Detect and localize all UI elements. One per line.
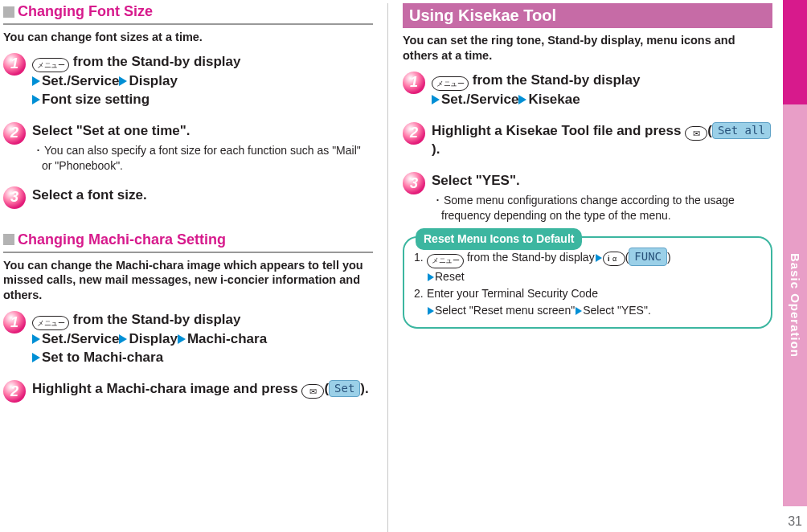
step-number: 1: [3, 53, 26, 76]
step-number: 3: [3, 186, 26, 209]
arrow-icon: [32, 76, 40, 86]
sidebar-tab: Basic Operation: [783, 0, 807, 506]
right-intro: You can set the ring tone, Stand-by disp…: [403, 33, 772, 63]
step-text: Select "Set at one time".: [32, 123, 190, 138]
step-text: Select "YES".: [432, 173, 520, 188]
softkey-pill: Set: [329, 380, 360, 397]
info-text: Select "YES".: [583, 304, 651, 317]
rule: [3, 252, 373, 253]
section2-title: Changing Machi-chara Setting: [18, 231, 226, 248]
step-body: Select a font size.: [32, 186, 373, 209]
arrow-icon: [596, 254, 602, 262]
step-number: 2: [403, 122, 425, 145]
mail-button-icon: ✉: [685, 126, 707, 141]
arrow-icon: [119, 76, 127, 86]
menu-button-icon: メニュー: [427, 254, 464, 268]
step-body: メニュー from the Stand-by display Set./Serv…: [32, 53, 373, 109]
step: 3 Select a font size.: [3, 186, 373, 209]
svg-text:i: i: [608, 255, 610, 263]
step-text: Highlight a Machi-chara image and press: [32, 381, 301, 396]
step: 2 Highlight a Kisekae Tool file and pres…: [403, 122, 772, 159]
step-note: ･ You can also specify a font size for e…: [32, 143, 373, 174]
chain-item: Set to Machi-chara: [42, 350, 163, 365]
sidebar-label: Basic Operation: [789, 253, 802, 358]
step-text: from the Stand-by display: [69, 54, 240, 69]
square-bullet: [3, 6, 14, 18]
chain-item: Set./Service: [441, 92, 518, 107]
step-text: .: [365, 381, 369, 396]
arrow-icon: [576, 307, 582, 315]
step-number: 3: [403, 172, 425, 194]
arrow-icon: [518, 95, 526, 104]
sidebar-accent: [783, 0, 807, 104]
softkey-pill: FUNC: [629, 248, 667, 266]
arrow-icon: [32, 95, 40, 104]
column-divider: [387, 3, 388, 532]
info-sub: Reset: [414, 268, 761, 285]
step: 2 Select "Set at one time". ･ You can al…: [3, 122, 373, 174]
step-body: Select "YES". ･ Some menu configurations…: [432, 172, 772, 223]
step-text: Select a font size.: [32, 187, 147, 203]
arrow-icon: [428, 273, 434, 281]
step-note: ･ Some menu configurations change accord…: [432, 193, 772, 223]
section2-intro: You can change the Machi-chara image whi…: [3, 258, 373, 304]
step-body: Highlight a Machi-chara image and press …: [32, 380, 373, 403]
step: 1 メニュー from the Stand-by display Set./Se…: [403, 72, 772, 109]
menu-button-icon: メニュー: [32, 58, 69, 72]
chain-item: Font size setting: [42, 92, 150, 107]
left-column: Changing Font Size You can change font s…: [3, 3, 373, 532]
arrow-icon: [428, 307, 434, 315]
step: 1 メニュー from the Stand-by display Set./Se…: [3, 311, 373, 367]
right-column: Using Kisekae Tool You can set the ring …: [403, 3, 772, 532]
chain-item: Set./Service: [42, 73, 119, 88]
section1-intro: You can change font sizes at a time.: [3, 30, 373, 45]
step-number: 1: [403, 72, 425, 94]
arrow-icon: [178, 334, 186, 344]
step-number: 2: [3, 380, 26, 403]
step-text: from the Stand-by display: [469, 72, 640, 88]
right-title: Using Kisekae Tool: [403, 3, 772, 28]
info-text: Enter your Terminal Security Code: [427, 287, 598, 300]
menu-button-icon: メニュー: [432, 76, 469, 91]
svg-text:α: α: [612, 255, 617, 263]
section1-title: Changing Font Size: [18, 3, 153, 20]
page-root: Changing Font Size You can change font s…: [0, 0, 807, 532]
menu-button-icon: メニュー: [32, 316, 69, 330]
arrow-icon: [32, 334, 40, 344]
square-bullet: [3, 234, 14, 245]
info-text: from the Stand-by display: [464, 251, 595, 264]
arrow-icon: [32, 353, 40, 362]
reset-info-box: Reset Menu Icons to Default 1.メニュー from …: [403, 236, 772, 329]
section1-header: Changing Font Size: [3, 3, 373, 20]
info-item: 2.Enter your Terminal Security Code Sele…: [414, 285, 761, 319]
softkey-pill: Set all: [712, 122, 771, 139]
arrow-icon: [432, 95, 440, 104]
chain-item: Machi-chara: [187, 331, 267, 346]
info-tab: Reset Menu Icons to Default: [416, 228, 582, 250]
mail-button-icon: ✉: [301, 384, 324, 399]
info-text: Select "Reset menu screen": [435, 304, 575, 317]
step-body: Select "Set at one time". ･ You can also…: [32, 122, 373, 174]
chain-item: Set./Service: [42, 331, 119, 346]
step-text: Highlight a Kisekae Tool file and press: [432, 123, 685, 138]
list-number: 2.: [414, 285, 427, 302]
step-number: 1: [3, 311, 26, 334]
step-body: Highlight a Kisekae Tool file and press …: [432, 122, 772, 159]
info-sub: Select "Reset menu screen"Select "YES".: [414, 302, 761, 319]
step: 1 メニュー from the Stand-by display Set./Se…: [3, 53, 373, 109]
step: 2 Highlight a Machi-chara image and pres…: [3, 380, 373, 403]
step-text: .: [436, 141, 440, 157]
step-body: メニュー from the Stand-by display Set./Serv…: [432, 72, 772, 109]
info-text: Reset: [435, 270, 465, 283]
step-body: メニュー from the Stand-by display Set./Serv…: [32, 311, 373, 367]
rule: [3, 23, 373, 25]
step-number: 2: [3, 122, 26, 145]
chain-item: Kisekae: [528, 92, 580, 107]
step: 3 Select "YES". ･ Some menu configuratio…: [403, 172, 772, 223]
i-alpha-button-icon: iα: [603, 252, 625, 266]
arrow-icon: [119, 334, 127, 344]
section2-header: Changing Machi-chara Setting: [3, 231, 373, 248]
sidebar-label-area: Basic Operation: [783, 104, 807, 506]
chain-item: Display: [129, 331, 177, 346]
step-text: from the Stand-by display: [69, 312, 240, 327]
